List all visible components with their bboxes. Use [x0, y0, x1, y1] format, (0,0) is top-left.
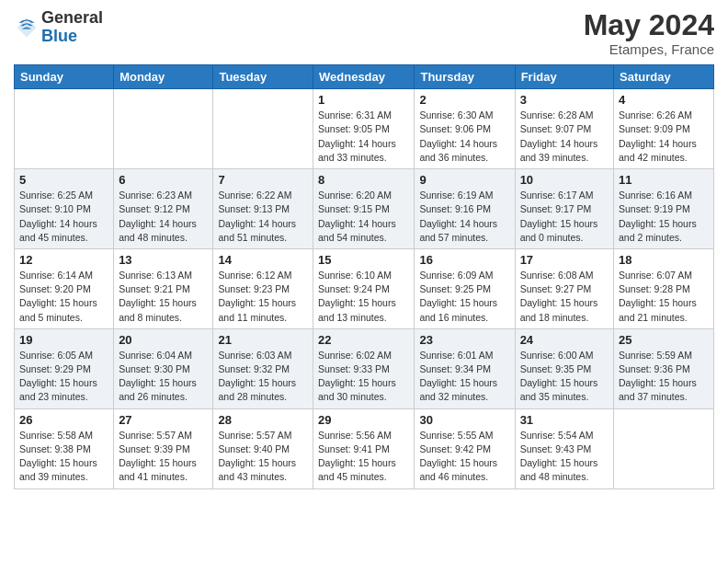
daylight-text: Daylight: 14 hours and 39 minutes. — [520, 138, 598, 163]
daylight-text: Daylight: 15 hours and 16 minutes. — [419, 297, 497, 322]
daylight-text: Daylight: 15 hours and 13 minutes. — [318, 297, 396, 322]
day-info: Sunrise: 6:05 AMSunset: 9:29 PMDaylight:… — [19, 349, 108, 405]
day-number: 2 — [419, 93, 509, 107]
day-info: Sunrise: 6:04 AMSunset: 9:30 PMDaylight:… — [119, 349, 208, 405]
day-number: 15 — [318, 253, 409, 267]
table-row: 28Sunrise: 5:57 AMSunset: 9:40 PMDayligh… — [213, 408, 313, 488]
day-info: Sunrise: 6:22 AMSunset: 9:13 PMDaylight:… — [218, 189, 308, 245]
sunset-text: Sunset: 9:27 PM — [520, 283, 592, 294]
daylight-text: Daylight: 15 hours and 30 minutes. — [318, 377, 396, 402]
sunset-text: Sunset: 9:23 PM — [218, 283, 290, 294]
table-row: 8Sunrise: 6:20 AMSunset: 9:15 PMDaylight… — [313, 169, 415, 249]
sunrise-text: Sunrise: 6:26 AM — [619, 109, 692, 121]
sunrise-text: Sunrise: 5:58 AM — [19, 430, 93, 441]
sunset-text: Sunset: 9:36 PM — [619, 363, 690, 374]
table-row: 27Sunrise: 5:57 AMSunset: 9:39 PMDayligh… — [114, 408, 213, 488]
day-info: Sunrise: 5:57 AMSunset: 9:40 PMDaylight:… — [218, 429, 308, 485]
logo-text: General Blue — [41, 9, 103, 46]
sunrise-text: Sunrise: 5:57 AM — [218, 430, 291, 441]
sunset-text: Sunset: 9:28 PM — [619, 283, 690, 294]
sunset-text: Sunset: 9:10 PM — [19, 203, 91, 214]
sunset-text: Sunset: 9:19 PM — [619, 203, 690, 214]
day-info: Sunrise: 6:26 AMSunset: 9:09 PMDaylight:… — [619, 109, 709, 165]
daylight-text: Daylight: 14 hours and 48 minutes. — [119, 218, 197, 243]
sunset-text: Sunset: 9:43 PM — [520, 443, 592, 454]
table-row: 4Sunrise: 6:26 AMSunset: 9:09 PMDaylight… — [614, 89, 714, 169]
day-info: Sunrise: 6:12 AMSunset: 9:23 PMDaylight:… — [218, 269, 308, 325]
table-row: 19Sunrise: 6:05 AMSunset: 9:29 PMDayligh… — [15, 328, 114, 408]
day-info: Sunrise: 5:58 AMSunset: 9:38 PMDaylight:… — [19, 429, 108, 485]
daylight-text: Daylight: 14 hours and 42 minutes. — [619, 138, 697, 163]
sunset-text: Sunset: 9:15 PM — [318, 203, 390, 214]
day-info: Sunrise: 6:30 AMSunset: 9:06 PMDaylight:… — [419, 109, 509, 165]
sunset-text: Sunset: 9:34 PM — [419, 363, 491, 374]
sunset-text: Sunset: 9:42 PM — [419, 443, 491, 454]
daylight-text: Daylight: 14 hours and 57 minutes. — [419, 218, 497, 243]
day-number: 16 — [419, 253, 509, 267]
daylight-text: Daylight: 15 hours and 37 minutes. — [619, 377, 697, 402]
location: Etampes, France — [584, 41, 714, 57]
day-number: 26 — [19, 413, 108, 427]
sunset-text: Sunset: 9:05 PM — [318, 123, 390, 134]
daylight-text: Daylight: 15 hours and 46 minutes. — [419, 457, 497, 482]
day-number: 25 — [619, 333, 709, 347]
table-row: 24Sunrise: 6:00 AMSunset: 9:35 PMDayligh… — [515, 328, 613, 408]
sunset-text: Sunset: 9:21 PM — [119, 283, 190, 294]
sunrise-text: Sunrise: 5:55 AM — [419, 430, 493, 441]
table-row: 22Sunrise: 6:02 AMSunset: 9:33 PMDayligh… — [313, 328, 415, 408]
table-row: 18Sunrise: 6:07 AMSunset: 9:28 PMDayligh… — [614, 248, 714, 328]
title-block: May 2024 Etampes, France — [584, 9, 714, 57]
week-row-2: 5Sunrise: 6:25 AMSunset: 9:10 PMDaylight… — [15, 169, 714, 249]
sunrise-text: Sunrise: 6:23 AM — [119, 190, 192, 201]
day-number: 7 — [218, 173, 308, 187]
sunrise-text: Sunrise: 6:22 AM — [218, 190, 291, 201]
sunset-text: Sunset: 9:13 PM — [218, 203, 290, 214]
daylight-text: Daylight: 15 hours and 45 minutes. — [318, 457, 396, 482]
day-number: 28 — [218, 413, 308, 427]
day-info: Sunrise: 6:23 AMSunset: 9:12 PMDaylight:… — [119, 189, 208, 245]
sunset-text: Sunset: 9:35 PM — [520, 363, 592, 374]
table-row: 16Sunrise: 6:09 AMSunset: 9:25 PMDayligh… — [415, 248, 515, 328]
daylight-text: Daylight: 14 hours and 36 minutes. — [419, 138, 497, 163]
day-info: Sunrise: 6:17 AMSunset: 9:17 PMDaylight:… — [520, 189, 609, 245]
daylight-text: Daylight: 15 hours and 28 minutes. — [218, 377, 296, 402]
sunrise-text: Sunrise: 6:20 AM — [318, 190, 392, 201]
day-number: 14 — [218, 253, 308, 267]
day-info: Sunrise: 6:08 AMSunset: 9:27 PMDaylight:… — [520, 269, 609, 325]
logo: General Blue — [14, 9, 103, 46]
calendar: Sunday Monday Tuesday Wednesday Thursday… — [14, 64, 714, 488]
table-row — [614, 408, 714, 488]
header-monday: Monday — [114, 65, 213, 89]
calendar-body: 1Sunrise: 6:31 AMSunset: 9:05 PMDaylight… — [15, 89, 714, 488]
sunset-text: Sunset: 9:30 PM — [119, 363, 190, 374]
logo-icon — [14, 15, 40, 40]
day-number: 1 — [318, 93, 409, 107]
sunrise-text: Sunrise: 6:08 AM — [520, 270, 594, 281]
header-saturday: Saturday — [614, 65, 714, 89]
daylight-text: Daylight: 15 hours and 32 minutes. — [419, 377, 497, 402]
sunrise-text: Sunrise: 6:10 AM — [318, 270, 392, 281]
week-row-1: 1Sunrise: 6:31 AMSunset: 9:05 PMDaylight… — [15, 89, 714, 169]
table-row: 21Sunrise: 6:03 AMSunset: 9:32 PMDayligh… — [213, 328, 313, 408]
day-info: Sunrise: 5:59 AMSunset: 9:36 PMDaylight:… — [619, 349, 709, 405]
sunrise-text: Sunrise: 6:05 AM — [19, 350, 93, 361]
sunset-text: Sunset: 9:07 PM — [520, 123, 592, 134]
day-info: Sunrise: 6:02 AMSunset: 9:33 PMDaylight:… — [318, 349, 409, 405]
day-info: Sunrise: 6:13 AMSunset: 9:21 PMDaylight:… — [119, 269, 208, 325]
sunset-text: Sunset: 9:24 PM — [318, 283, 390, 294]
table-row: 9Sunrise: 6:19 AMSunset: 9:16 PMDaylight… — [415, 169, 515, 249]
day-info: Sunrise: 5:55 AMSunset: 9:42 PMDaylight:… — [419, 429, 509, 485]
sunrise-text: Sunrise: 6:30 AM — [419, 109, 493, 121]
day-number: 18 — [619, 253, 709, 267]
sunrise-text: Sunrise: 6:03 AM — [218, 350, 291, 361]
table-row: 3Sunrise: 6:28 AMSunset: 9:07 PMDaylight… — [515, 89, 613, 169]
day-info: Sunrise: 6:07 AMSunset: 9:28 PMDaylight:… — [619, 269, 709, 325]
day-info: Sunrise: 6:25 AMSunset: 9:10 PMDaylight:… — [19, 189, 108, 245]
daylight-text: Daylight: 15 hours and 39 minutes. — [19, 457, 97, 482]
table-row: 7Sunrise: 6:22 AMSunset: 9:13 PMDaylight… — [213, 169, 313, 249]
sunrise-text: Sunrise: 6:17 AM — [520, 190, 594, 201]
daylight-text: Daylight: 14 hours and 33 minutes. — [318, 138, 396, 163]
day-info: Sunrise: 5:56 AMSunset: 9:41 PMDaylight:… — [318, 429, 409, 485]
day-number: 24 — [520, 333, 609, 347]
sunrise-text: Sunrise: 6:09 AM — [419, 270, 493, 281]
